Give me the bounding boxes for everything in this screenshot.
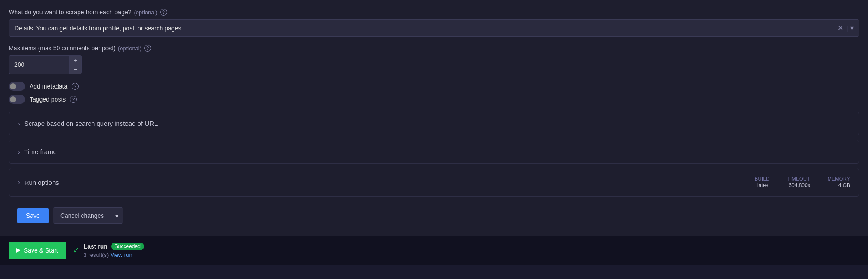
max-items-label-row: Max items (max 50 comments per post) (op…	[9, 45, 859, 52]
decrement-button[interactable]: −	[69, 65, 82, 74]
max-items-group: Max items (max 50 comments per post) (op…	[9, 45, 859, 74]
search-query-chevron: ›	[18, 120, 20, 127]
run-options-meta: BUILD latest TIMEOUT 604,800s MEMORY 4 G…	[755, 176, 850, 188]
save-button[interactable]: Save	[17, 208, 49, 223]
input-divider: |	[847, 25, 848, 32]
last-run-top: Last run Succeeded	[84, 243, 144, 250]
scrape-question-group: What do you want to scrape from each pag…	[9, 9, 859, 37]
memory-label: MEMORY	[828, 176, 850, 181]
stepper-buttons: + −	[69, 55, 82, 74]
timeout-meta: TIMEOUT 604,800s	[787, 176, 810, 188]
add-metadata-label: Add metadata	[30, 83, 67, 90]
play-icon	[16, 248, 20, 253]
search-query-title: Scrape based on search query instead of …	[24, 120, 158, 127]
scrape-question-input[interactable]	[14, 25, 836, 32]
increment-button[interactable]: +	[69, 55, 82, 65]
save-start-button[interactable]: Save & Start	[9, 242, 66, 259]
last-run-info: Last run Succeeded 3 result(s) View run	[84, 243, 144, 258]
build-label: BUILD	[755, 176, 770, 181]
last-run-label: Last run	[84, 243, 108, 250]
tagged-posts-row: Tagged posts ?	[9, 95, 859, 104]
input-dropdown-button[interactable]: ▾	[850, 24, 854, 32]
add-metadata-toggle[interactable]	[9, 82, 25, 91]
results-count: 3 result(s)	[84, 252, 109, 258]
timeout-label: TIMEOUT	[787, 176, 810, 181]
cancel-changes-button[interactable]: Cancel changes	[53, 208, 111, 223]
timeout-value: 604,800s	[789, 182, 810, 188]
build-value: latest	[757, 182, 770, 188]
last-run-check-icon: ✓	[73, 246, 79, 255]
memory-value: 4 GB	[838, 182, 850, 188]
add-metadata-row: Add metadata ?	[9, 82, 859, 91]
time-frame-chevron: ›	[18, 148, 20, 155]
tagged-posts-toggle[interactable]	[9, 95, 25, 104]
max-items-input-container: + −	[9, 55, 859, 74]
time-frame-header[interactable]: › Time frame	[9, 140, 859, 163]
max-items-label: Max items (max 50 comments per post)	[9, 45, 115, 52]
tagged-posts-thumb	[10, 96, 16, 102]
time-frame-section: › Time frame	[9, 140, 859, 164]
search-query-section: › Scrape based on search query instead o…	[9, 112, 859, 135]
scrape-question-optional: (optional)	[134, 9, 158, 16]
run-options-chevron: ›	[18, 179, 20, 186]
add-metadata-thumb	[10, 83, 16, 89]
clear-input-button[interactable]: ✕	[836, 24, 845, 32]
scrape-question-input-row[interactable]: ✕ | ▾	[9, 19, 859, 37]
run-options-section: › Run options BUILD latest TIMEOUT 604,8…	[9, 168, 859, 197]
tagged-posts-label: Tagged posts	[30, 96, 66, 103]
last-run-section: ✓ Last run Succeeded 3 result(s) View ru…	[73, 243, 144, 258]
run-options-header[interactable]: › Run options BUILD latest TIMEOUT 604,8…	[9, 168, 859, 196]
max-items-help-icon[interactable]: ?	[144, 45, 151, 52]
action-bar: Save Cancel changes ▾	[9, 201, 859, 230]
run-options-header-inner: Run options BUILD latest TIMEOUT 604,800…	[24, 176, 850, 188]
succeeded-badge: Succeeded	[111, 243, 144, 250]
scrape-question-help-icon[interactable]: ?	[160, 9, 167, 16]
scrape-question-label: What do you want to scrape from each pag…	[9, 9, 132, 16]
save-start-label: Save & Start	[24, 247, 58, 254]
toggles-group: Add metadata ? Tagged posts ?	[9, 82, 859, 104]
max-items-input[interactable]	[9, 55, 69, 74]
view-run-link[interactable]: View run	[110, 252, 132, 258]
cancel-changes-dropdown[interactable]: ▾	[111, 208, 123, 223]
last-run-results-row: 3 result(s) View run	[84, 251, 144, 258]
cancel-changes-group: Cancel changes ▾	[53, 207, 123, 224]
run-options-title: Run options	[24, 179, 59, 186]
memory-meta: MEMORY 4 GB	[828, 176, 850, 188]
max-items-optional: (optional)	[118, 45, 141, 52]
add-metadata-help-icon[interactable]: ?	[72, 83, 79, 90]
time-frame-title: Time frame	[24, 148, 57, 155]
bottom-bar: Save & Start ✓ Last run Succeeded 3 resu…	[0, 236, 868, 265]
search-query-header[interactable]: › Scrape based on search query instead o…	[9, 112, 859, 135]
build-meta: BUILD latest	[755, 176, 770, 188]
scrape-question-label-row: What do you want to scrape from each pag…	[9, 9, 859, 16]
tagged-posts-help-icon[interactable]: ?	[70, 96, 77, 103]
